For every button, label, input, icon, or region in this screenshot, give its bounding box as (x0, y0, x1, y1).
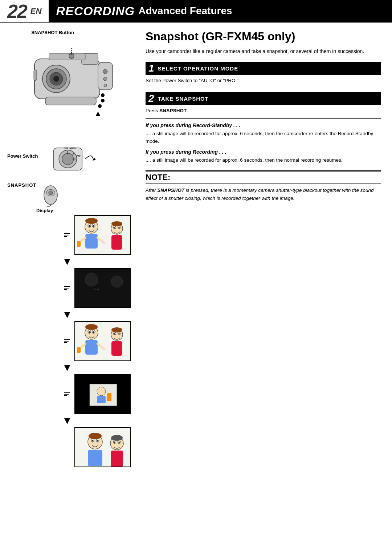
arrow-left-3: ▼ (60, 362, 74, 374)
lines-3 (64, 339, 70, 343)
step-2-body: Press SNAPSHOT. (146, 106, 381, 118)
svg-rect-76 (107, 393, 111, 401)
power-switch-label: Power Switch (7, 142, 44, 159)
svg-rect-39 (85, 234, 98, 249)
arrow-left-1: ▼ (60, 256, 74, 267)
svg-point-38 (85, 218, 98, 224)
step-1-header: 1 SELECT OPERATION MODE (146, 62, 381, 75)
lines-1 (64, 233, 70, 237)
display-frame-4 (74, 374, 131, 414)
svg-point-21 (62, 153, 74, 165)
snapshot-left-section: SNAPSHOT (7, 182, 134, 208)
intro-text: Use your camcorder like a regular camera… (146, 48, 381, 55)
step-2-number: 2 (148, 93, 154, 104)
svg-text:OFF: OFF (64, 147, 68, 149)
svg-point-60 (85, 324, 98, 330)
svg-point-45 (114, 227, 115, 229)
step-2-header: 2 TAKE SNAPSHOT (146, 92, 381, 105)
svg-rect-32 (75, 216, 131, 255)
step-2-title: TAKE SNAPSHOT (158, 96, 209, 102)
frame-group-3 (60, 321, 131, 361)
svg-rect-42 (77, 241, 81, 247)
sub-section-2: If you press during Recording . . . ....… (146, 149, 381, 164)
svg-point-47 (118, 227, 120, 229)
svg-rect-84 (88, 450, 102, 466)
svg-rect-64 (77, 347, 81, 353)
camcorder-diagram-area: SNAPSHOT Button (9, 30, 132, 139)
frame-left-1 (60, 233, 74, 237)
recording-label: RECORDING (56, 4, 135, 18)
svg-point-80 (92, 440, 94, 442)
down-arrow-2: ▼ (62, 309, 72, 320)
frame-left-2 (60, 286, 74, 290)
display-frame-2: ● ● (74, 268, 131, 308)
step-1-title: SELECT OPERATION MODE (158, 65, 238, 72)
svg-marker-16 (95, 112, 101, 116)
svg-point-82 (97, 440, 99, 442)
svg-point-9 (103, 77, 107, 81)
display-frame-1 (74, 215, 131, 255)
svg-rect-50 (75, 269, 131, 308)
note-title: NOTE: (146, 170, 381, 183)
frame-group-5 (60, 427, 131, 467)
svg-point-15 (98, 104, 102, 108)
display-frame-3 (74, 321, 131, 361)
svg-point-48 (111, 221, 122, 226)
down-arrow-4: ▼ (62, 415, 72, 427)
svg-point-37 (93, 225, 95, 227)
arrow-group-4: ▼ (60, 415, 131, 427)
svg-rect-17 (45, 97, 96, 105)
svg-rect-6 (49, 53, 85, 60)
svg-point-57 (89, 331, 90, 333)
svg-rect-18 (34, 70, 37, 81)
svg-text:● ●: ● ● (93, 287, 99, 291)
sub-section-2-body: .... a still image will be recorded for … (146, 156, 381, 164)
frame-group-4 (60, 374, 131, 414)
arrow-left-2: ▼ (60, 309, 74, 320)
svg-rect-49 (111, 235, 122, 250)
svg-point-8 (103, 69, 107, 74)
svg-point-89 (118, 441, 120, 443)
svg-point-13 (101, 93, 105, 97)
en-suffix: EN (30, 0, 49, 22)
svg-point-14 (101, 99, 105, 102)
left-column: SNAPSHOT Button (0, 23, 138, 557)
advanced-features-label: Advanced Features (138, 5, 232, 17)
lines-2 (64, 286, 70, 290)
frame-left-4 (60, 392, 74, 396)
frame-left-3 (60, 339, 74, 343)
note-text: After SNAPSHOT is pressed, there is a mo… (146, 186, 381, 202)
svg-point-90 (111, 435, 123, 441)
down-arrow-1: ▼ (62, 256, 72, 267)
display-label: Display (36, 208, 134, 213)
svg-point-35 (89, 225, 90, 227)
lines-4 (64, 392, 70, 396)
display-frames: ▼ (7, 215, 134, 468)
snapshot-button-label: SNAPSHOT Button (31, 30, 74, 35)
display-frame-5 (74, 427, 131, 467)
right-column: Snapshot (GR-FXM45 only) Use your camcor… (138, 23, 392, 557)
arrow-left-4: ▼ (60, 415, 74, 427)
main-layout: SNAPSHOT Button (0, 23, 392, 557)
svg-point-4 (53, 76, 59, 82)
svg-rect-61 (85, 340, 98, 355)
down-arrow-3: ▼ (62, 362, 72, 374)
arrow-group-1: ▼ (60, 256, 131, 267)
step-1-body: Set the Power Switch to "AUTO" or "PRO."… (146, 76, 381, 88)
svg-point-51 (85, 273, 98, 286)
power-switch-section: Power Switch OFF AUTO PRO (7, 142, 134, 179)
svg-point-67 (114, 333, 115, 335)
power-switch-diagram: OFF AUTO PRO (47, 142, 98, 179)
svg-rect-71 (111, 341, 122, 356)
step-1-number: 1 (148, 63, 154, 73)
svg-point-74 (97, 387, 106, 396)
sub-section-1-title: If you press during Record-Standby . . . (146, 122, 381, 128)
frame-group-1 (60, 215, 131, 255)
svg-rect-54 (75, 322, 131, 361)
svg-point-10 (104, 84, 107, 87)
svg-point-87 (114, 441, 115, 443)
header-title-bar: RECORDING Advanced Features (49, 0, 392, 22)
svg-point-59 (93, 331, 95, 333)
step-2: 2 TAKE SNAPSHOT Press SNAPSHOT. (146, 92, 381, 118)
step-1: 1 SELECT OPERATION MODE Set the Power Sw… (146, 62, 381, 88)
